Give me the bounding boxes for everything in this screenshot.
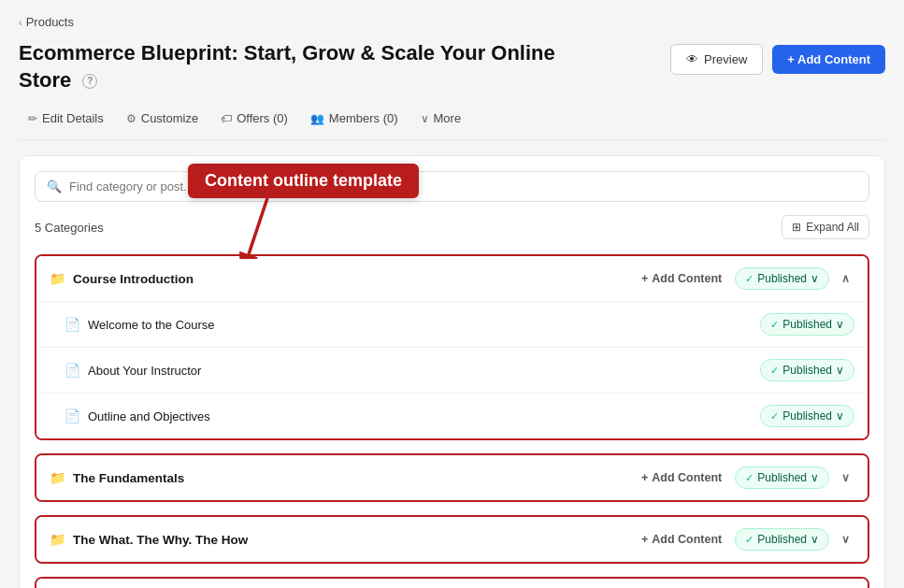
- members-icon: 👥: [310, 112, 324, 125]
- category-title: Course Introduction: [73, 272, 636, 286]
- gear-icon: ⚙: [126, 112, 136, 125]
- folder-icon: 📁: [50, 271, 65, 286]
- header-actions: 👁 Preview + Add Content: [670, 44, 885, 75]
- nav-customize[interactable]: ⚙ Customize: [117, 107, 208, 130]
- post-row: 📄 Outline and Objectives ✓ Published ∨: [36, 394, 868, 438]
- eye-icon: 👁: [686, 52, 698, 66]
- categories-header: 5 Categories ⊞ Expand All: [35, 215, 869, 239]
- folder-icon: 📁: [50, 532, 65, 547]
- plus-icon: +: [641, 471, 648, 484]
- add-content-button[interactable]: + Add Content: [636, 269, 727, 288]
- add-content-button[interactable]: + Add Content: [636, 468, 727, 487]
- check-icon: ✓: [770, 319, 779, 331]
- published-badge[interactable]: ✓ Published ∨: [735, 528, 829, 551]
- category-row: 📁 The Fundamentals + Add Content ✓ Publi…: [36, 455, 868, 500]
- category-row: 📁 Advanced Tips + Add Content ✓ Publishe…: [36, 579, 868, 588]
- page-header: Ecommerce Blueprint: Start, Grow & Scale…: [19, 40, 885, 93]
- check-icon: ✓: [745, 534, 753, 546]
- chevron-down-icon: ∨: [836, 364, 844, 377]
- post-row: 📄 Welcome to the Course ✓ Published ∨: [36, 302, 868, 348]
- chevron-down-icon: ∨: [811, 272, 819, 285]
- plus-icon: +: [641, 533, 648, 546]
- help-icon[interactable]: ?: [82, 74, 97, 89]
- breadcrumb-link[interactable]: Products: [26, 15, 74, 29]
- folder-icon: 📁: [50, 470, 65, 485]
- section-course-introduction: 📁 Course Introduction + Add Content ✓ Pu…: [35, 254, 869, 440]
- chevron-down-icon: ∨: [836, 318, 844, 331]
- row-actions: + Add Content ✓ Published ∨ ∨: [636, 528, 854, 551]
- section-advanced-tips: 📁 Advanced Tips + Add Content ✓ Publishe…: [35, 577, 869, 588]
- row-actions: + Add Content ✓ Published ∨ ∧: [636, 267, 854, 290]
- post-title: About Your Instructor: [88, 364, 760, 378]
- search-bar: 🔍: [35, 171, 869, 202]
- nav-edit-details[interactable]: ✏ Edit Details: [19, 107, 113, 130]
- check-icon: ✓: [745, 273, 753, 285]
- doc-icon: 📄: [65, 409, 80, 423]
- add-content-button[interactable]: + Add Content: [636, 530, 727, 549]
- row-actions: ✓ Published ∨: [760, 405, 854, 427]
- nav-more[interactable]: ∨ More: [411, 107, 471, 130]
- published-badge[interactable]: ✓ Published ∨: [735, 466, 829, 489]
- chevron-down-icon: ∨: [811, 533, 819, 546]
- published-badge[interactable]: ✓ Published ∨: [760, 313, 854, 336]
- nav-bar: ✏ Edit Details ⚙ Customize 🏷 Offers (0) …: [19, 107, 885, 140]
- grid-icon: ⊞: [792, 221, 801, 234]
- row-actions: + Add Content ✓ Published ∨ ∨: [636, 466, 854, 489]
- category-row: 📁 Course Introduction + Add Content ✓ Pu…: [36, 256, 868, 302]
- plus-icon: +: [641, 272, 648, 285]
- doc-icon: 📄: [65, 363, 80, 378]
- check-icon: ✓: [770, 410, 779, 423]
- post-row: 📄 About Your Instructor ✓ Published ∨: [36, 348, 868, 394]
- published-badge[interactable]: ✓ Published ∨: [760, 359, 854, 381]
- check-icon: ✓: [745, 472, 753, 484]
- preview-button[interactable]: 👁 Preview: [670, 44, 763, 75]
- collapse-button[interactable]: ∧: [837, 269, 854, 288]
- categories-count: 5 Categories: [35, 221, 104, 235]
- expand-all-button[interactable]: ⊞ Expand All: [782, 215, 869, 239]
- add-content-main-button[interactable]: + Add Content: [772, 45, 885, 74]
- content-card: Content outline template 🔍: [19, 155, 885, 588]
- search-input[interactable]: [69, 179, 857, 194]
- published-badge[interactable]: ✓ Published ∨: [760, 405, 854, 427]
- row-actions: ✓ Published ∨: [760, 359, 854, 381]
- post-title: Welcome to the Course: [88, 318, 760, 332]
- category-title: The Fundamentals: [73, 471, 636, 485]
- nav-members[interactable]: 👥 Members (0): [301, 107, 408, 130]
- expand-button[interactable]: ∨: [837, 530, 854, 549]
- published-badge[interactable]: ✓ Published ∨: [735, 267, 829, 290]
- chevron-down-icon: ∨: [811, 471, 819, 484]
- check-icon: ✓: [770, 365, 779, 377]
- page-title: Ecommerce Blueprint: Start, Grow & Scale…: [19, 40, 561, 93]
- expand-button[interactable]: ∨: [837, 468, 854, 487]
- section-the-fundamentals: 📁 The Fundamentals + Add Content ✓ Publi…: [35, 453, 869, 502]
- section-the-what: 📁 The What. The Why. The How + Add Conte…: [35, 515, 869, 564]
- breadcrumb-arrow: ‹: [19, 17, 22, 28]
- breadcrumb: ‹ Products: [19, 15, 885, 29]
- nav-offers[interactable]: 🏷 Offers (0): [211, 107, 297, 130]
- chevron-down-icon: ∨: [421, 112, 429, 125]
- edit-icon: ✏: [28, 112, 37, 125]
- tag-icon: 🏷: [221, 112, 232, 125]
- category-title: The What. The Why. The How: [73, 533, 636, 547]
- category-row: 📁 The What. The Why. The How + Add Conte…: [36, 517, 868, 562]
- post-title: Outline and Objectives: [88, 409, 760, 423]
- title-area: Ecommerce Blueprint: Start, Grow & Scale…: [19, 40, 561, 93]
- doc-icon: 📄: [65, 317, 80, 332]
- row-actions: ✓ Published ∨: [760, 313, 854, 336]
- search-icon: 🔍: [47, 179, 62, 194]
- chevron-down-icon: ∨: [836, 409, 844, 423]
